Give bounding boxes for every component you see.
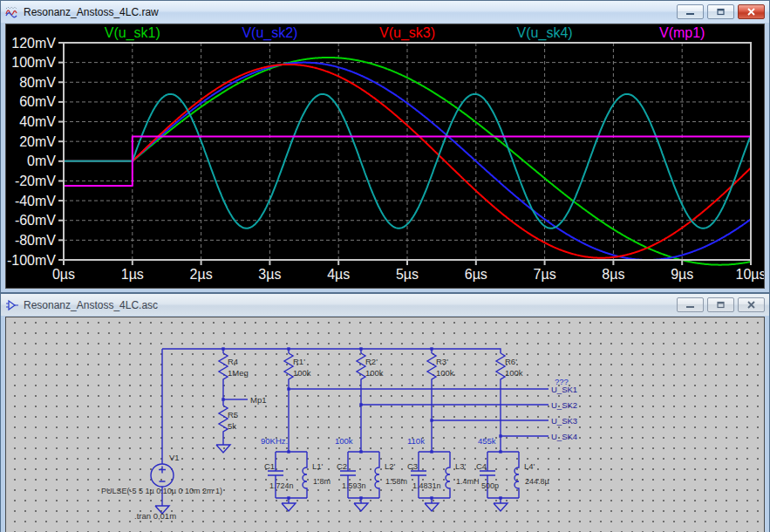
ground-tank3 xyxy=(425,503,439,511)
ground-tank4 xyxy=(494,503,508,511)
comment-tank4-freq[interactable]: 455k xyxy=(478,436,496,446)
ground-tank2 xyxy=(354,503,368,511)
legend-V(mp1)[interactable]: V(mp1) xyxy=(659,25,705,40)
label-v1-name: V1 xyxy=(169,453,180,462)
x-tick-label: 4µs xyxy=(327,267,350,282)
ltspice-desktop: Resonanz_Anstoss_4LC.raw 120mV100mV80mV6… xyxy=(0,0,770,532)
y-tick-label: 20mV xyxy=(19,134,56,149)
resistor-R6[interactable] xyxy=(496,353,505,381)
label-l1-name: L1' xyxy=(312,461,324,471)
schematic-titlebar[interactable]: Resonanz_Anstoss_4LC.asc xyxy=(1,294,769,316)
schematic-window: Resonanz_Anstoss_4LC.asc xyxy=(0,293,770,532)
net-label-u-sk4[interactable]: U_SK4 xyxy=(551,432,577,441)
label-r3-name: R3' xyxy=(436,357,448,366)
x-tick-label: 8µs xyxy=(602,267,624,282)
label-r1-name: R1' xyxy=(293,357,305,366)
minimize-button-schematic[interactable] xyxy=(677,297,704,312)
schematic-file-icon xyxy=(5,298,19,312)
net-label-mp1[interactable]: Mp1 xyxy=(250,395,266,405)
schematic-window-title: Resonanz_Anstoss_4LC.asc xyxy=(24,299,672,311)
close-button[interactable] xyxy=(738,4,765,19)
y-tick-label: 120mV xyxy=(11,36,56,51)
y-tick-label: 100mV xyxy=(11,55,56,70)
y-tick-label: 60mV xyxy=(19,94,56,109)
label-v1-value: PULSE(-5 5 1µ 0.10µ 0 10m 2m 1) xyxy=(101,487,222,495)
label-r1-value: 100k xyxy=(293,368,311,378)
label-r4-value: 1Meg xyxy=(228,368,249,378)
label-c4-name: C4 xyxy=(476,461,487,471)
waveform-file-icon xyxy=(5,5,19,19)
resistor-R5[interactable] xyxy=(219,406,228,433)
label-l2-value: 1.58m xyxy=(385,477,407,486)
label-l3-value: 1.4mH xyxy=(456,477,480,486)
label-c3-name: C3 xyxy=(407,461,418,471)
close-button-schematic[interactable] xyxy=(738,297,765,312)
label-r5-name: R5 xyxy=(228,410,238,419)
label-c1-value: 1.724n xyxy=(269,481,294,490)
y-tick-label: -20mV xyxy=(15,174,56,188)
label-c2-value: 1.593n xyxy=(342,481,366,490)
minimize-button[interactable] xyxy=(677,4,704,19)
y-tick-label: 40mV xyxy=(19,114,56,129)
comment-tank2-freq[interactable]: 100k xyxy=(335,436,353,446)
restore-button[interactable] xyxy=(707,4,734,19)
inductor-L2 xyxy=(375,452,379,498)
label-c4-value: 500p xyxy=(481,481,499,490)
comment-tank3-freq[interactable]: 110k xyxy=(407,436,425,446)
net-label-u-sk1[interactable]: U_SK1 xyxy=(551,385,577,394)
label-r4-name: R4 xyxy=(228,357,238,366)
x-tick-label: 0µs xyxy=(52,267,75,282)
x-tick-label: 6µs xyxy=(465,267,487,282)
y-tick-label: 80mV xyxy=(19,75,56,90)
x-tick-label: 3µs xyxy=(258,267,281,282)
label-l4-value: 244.8µ xyxy=(525,477,549,486)
inductor-L4 xyxy=(514,452,519,498)
legend-V(u_sk4)[interactable]: V(u_sk4) xyxy=(517,25,573,41)
net-label-u-sk3[interactable]: U_SK3 xyxy=(551,416,577,426)
y-tick-label: -80mV xyxy=(15,233,56,248)
ground-tank1 xyxy=(282,503,296,511)
x-tick-label: 7µs xyxy=(534,267,556,282)
label-r3-value: 100k xyxy=(436,368,454,378)
label-r5-value: 5k xyxy=(228,421,236,431)
comment-tank1-freq[interactable]: 90KHz. xyxy=(261,436,288,446)
wire-top-rail xyxy=(162,349,501,353)
net-label-u-sk2[interactable]: U_SK2 xyxy=(551,400,577,410)
y-tick-label: -40mV xyxy=(15,194,56,208)
resistor-R1[interactable] xyxy=(284,353,293,381)
inductor-L3 xyxy=(446,452,450,498)
resistor-R4[interactable] xyxy=(219,353,228,381)
label-l4-name: L4' xyxy=(524,461,535,471)
label-r6-value: 100k xyxy=(505,368,523,378)
label-c1-name: C1 xyxy=(264,461,275,471)
voltage-source-V1[interactable] xyxy=(151,464,174,487)
resistor-R3[interactable] xyxy=(427,353,436,381)
legend-V(u_sk1)[interactable]: V(u_sk1) xyxy=(105,25,160,41)
x-tick-label: 10µs xyxy=(735,267,765,282)
label-l2-name: L2' xyxy=(385,461,396,471)
legend-V(u_sk3)[interactable]: V(u_sk3) xyxy=(379,25,435,41)
resistor-R2[interactable] xyxy=(357,353,365,381)
waveform-plot[interactable]: 120mV100mV80mV60mV40mV20mV0mV-20mV-40mV-… xyxy=(6,24,765,289)
restore-button-schematic[interactable] xyxy=(707,297,734,312)
x-tick-label: 5µs xyxy=(396,267,419,282)
capacitor-C2 xyxy=(340,452,356,498)
spice-directive: .tran 0,01m xyxy=(134,511,176,521)
label-r6-name: R6' xyxy=(505,357,517,366)
legend-V(u_sk2)[interactable]: V(u_sk2) xyxy=(242,25,297,41)
schematic-pane: V1 PULSE(-5 5 1µ 0.10µ 0 10m 2m 1) .tran… xyxy=(5,317,765,532)
waveform-window-title: Resonanz_Anstoss_4LC.raw xyxy=(24,6,672,18)
label-c2-name: C2 xyxy=(337,461,347,471)
x-tick-label: 9µs xyxy=(671,267,693,282)
x-tick-label: 2µs xyxy=(190,267,213,282)
schematic-canvas[interactable]: V1 PULSE(-5 5 1µ 0.10µ 0 10m 2m 1) .tran… xyxy=(6,317,765,532)
inductor-L1 xyxy=(303,452,307,498)
label-r2-value: 100k xyxy=(365,368,384,378)
capacitor-C3 xyxy=(411,452,426,498)
waveform-titlebar[interactable]: Resonanz_Anstoss_4LC.raw xyxy=(1,1,769,23)
y-tick-label: 0mV xyxy=(27,153,56,168)
ground-r5[interactable] xyxy=(216,445,230,453)
label-r2-name: R2' xyxy=(365,357,378,366)
label-l3-name: L3' xyxy=(455,461,467,471)
x-tick-label: 1µs xyxy=(121,267,144,282)
